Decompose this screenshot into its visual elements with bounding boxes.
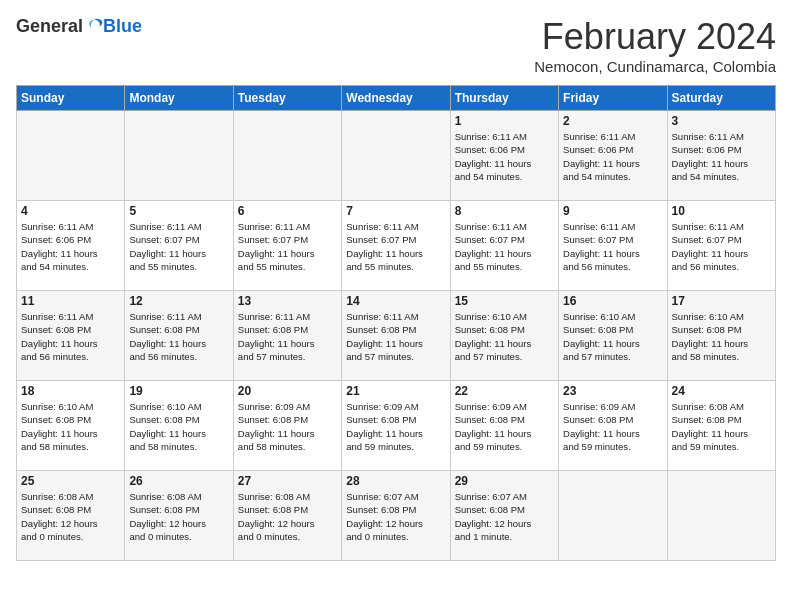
calendar-cell: 23Sunrise: 6:09 AM Sunset: 6:08 PM Dayli… xyxy=(559,381,667,471)
calendar-cell: 4Sunrise: 6:11 AM Sunset: 6:06 PM Daylig… xyxy=(17,201,125,291)
calendar-cell: 12Sunrise: 6:11 AM Sunset: 6:08 PM Dayli… xyxy=(125,291,233,381)
day-number: 23 xyxy=(563,384,662,398)
day-number: 15 xyxy=(455,294,554,308)
calendar-cell: 14Sunrise: 6:11 AM Sunset: 6:08 PM Dayli… xyxy=(342,291,450,381)
calendar-body: 1Sunrise: 6:11 AM Sunset: 6:06 PM Daylig… xyxy=(17,111,776,561)
calendar-cell: 17Sunrise: 6:10 AM Sunset: 6:08 PM Dayli… xyxy=(667,291,775,381)
calendar-cell xyxy=(17,111,125,201)
logo-blue-text: Blue xyxy=(103,16,142,37)
calendar-week-row: 4Sunrise: 6:11 AM Sunset: 6:06 PM Daylig… xyxy=(17,201,776,291)
day-number: 11 xyxy=(21,294,120,308)
day-info: Sunrise: 6:11 AM Sunset: 6:07 PM Dayligh… xyxy=(672,220,771,273)
calendar-cell: 3Sunrise: 6:11 AM Sunset: 6:06 PM Daylig… xyxy=(667,111,775,201)
day-number: 25 xyxy=(21,474,120,488)
day-number: 17 xyxy=(672,294,771,308)
calendar-cell: 6Sunrise: 6:11 AM Sunset: 6:07 PM Daylig… xyxy=(233,201,341,291)
header: General Blue February 2024 Nemocon, Cund… xyxy=(16,16,776,75)
day-info: Sunrise: 6:11 AM Sunset: 6:07 PM Dayligh… xyxy=(238,220,337,273)
calendar-week-row: 11Sunrise: 6:11 AM Sunset: 6:08 PM Dayli… xyxy=(17,291,776,381)
calendar-cell xyxy=(125,111,233,201)
day-number: 8 xyxy=(455,204,554,218)
calendar-cell: 19Sunrise: 6:10 AM Sunset: 6:08 PM Dayli… xyxy=(125,381,233,471)
day-number: 16 xyxy=(563,294,662,308)
calendar-cell: 7Sunrise: 6:11 AM Sunset: 6:07 PM Daylig… xyxy=(342,201,450,291)
calendar-cell: 1Sunrise: 6:11 AM Sunset: 6:06 PM Daylig… xyxy=(450,111,558,201)
calendar-cell xyxy=(559,471,667,561)
day-info: Sunrise: 6:08 AM Sunset: 6:08 PM Dayligh… xyxy=(21,490,120,543)
day-info: Sunrise: 6:11 AM Sunset: 6:07 PM Dayligh… xyxy=(129,220,228,273)
day-info: Sunrise: 6:07 AM Sunset: 6:08 PM Dayligh… xyxy=(455,490,554,543)
day-number: 6 xyxy=(238,204,337,218)
day-info: Sunrise: 6:09 AM Sunset: 6:08 PM Dayligh… xyxy=(346,400,445,453)
location-title: Nemocon, Cundinamarca, Colombia xyxy=(534,58,776,75)
calendar-header-row: SundayMondayTuesdayWednesdayThursdayFrid… xyxy=(17,86,776,111)
calendar-week-row: 1Sunrise: 6:11 AM Sunset: 6:06 PM Daylig… xyxy=(17,111,776,201)
weekday-header: Wednesday xyxy=(342,86,450,111)
day-number: 10 xyxy=(672,204,771,218)
day-info: Sunrise: 6:11 AM Sunset: 6:08 PM Dayligh… xyxy=(21,310,120,363)
day-number: 5 xyxy=(129,204,228,218)
day-number: 2 xyxy=(563,114,662,128)
day-info: Sunrise: 6:07 AM Sunset: 6:08 PM Dayligh… xyxy=(346,490,445,543)
calendar-cell: 2Sunrise: 6:11 AM Sunset: 6:06 PM Daylig… xyxy=(559,111,667,201)
calendar-cell: 18Sunrise: 6:10 AM Sunset: 6:08 PM Dayli… xyxy=(17,381,125,471)
day-info: Sunrise: 6:10 AM Sunset: 6:08 PM Dayligh… xyxy=(129,400,228,453)
calendar-cell: 13Sunrise: 6:11 AM Sunset: 6:08 PM Dayli… xyxy=(233,291,341,381)
day-number: 1 xyxy=(455,114,554,128)
day-info: Sunrise: 6:08 AM Sunset: 6:08 PM Dayligh… xyxy=(238,490,337,543)
calendar-cell: 21Sunrise: 6:09 AM Sunset: 6:08 PM Dayli… xyxy=(342,381,450,471)
calendar-week-row: 18Sunrise: 6:10 AM Sunset: 6:08 PM Dayli… xyxy=(17,381,776,471)
calendar-cell: 22Sunrise: 6:09 AM Sunset: 6:08 PM Dayli… xyxy=(450,381,558,471)
day-number: 9 xyxy=(563,204,662,218)
day-number: 20 xyxy=(238,384,337,398)
calendar-cell xyxy=(233,111,341,201)
calendar-cell: 27Sunrise: 6:08 AM Sunset: 6:08 PM Dayli… xyxy=(233,471,341,561)
calendar-cell: 16Sunrise: 6:10 AM Sunset: 6:08 PM Dayli… xyxy=(559,291,667,381)
day-number: 21 xyxy=(346,384,445,398)
day-number: 12 xyxy=(129,294,228,308)
calendar-cell: 28Sunrise: 6:07 AM Sunset: 6:08 PM Dayli… xyxy=(342,471,450,561)
day-info: Sunrise: 6:11 AM Sunset: 6:06 PM Dayligh… xyxy=(21,220,120,273)
day-number: 27 xyxy=(238,474,337,488)
day-number: 22 xyxy=(455,384,554,398)
calendar-table: SundayMondayTuesdayWednesdayThursdayFrid… xyxy=(16,85,776,561)
calendar-cell: 29Sunrise: 6:07 AM Sunset: 6:08 PM Dayli… xyxy=(450,471,558,561)
day-info: Sunrise: 6:10 AM Sunset: 6:08 PM Dayligh… xyxy=(563,310,662,363)
day-number: 18 xyxy=(21,384,120,398)
day-info: Sunrise: 6:11 AM Sunset: 6:07 PM Dayligh… xyxy=(563,220,662,273)
logo-bird-icon xyxy=(85,18,103,36)
day-number: 13 xyxy=(238,294,337,308)
calendar-cell: 8Sunrise: 6:11 AM Sunset: 6:07 PM Daylig… xyxy=(450,201,558,291)
day-info: Sunrise: 6:11 AM Sunset: 6:08 PM Dayligh… xyxy=(238,310,337,363)
logo-general-text: General xyxy=(16,16,83,37)
weekday-header: Saturday xyxy=(667,86,775,111)
day-info: Sunrise: 6:11 AM Sunset: 6:08 PM Dayligh… xyxy=(129,310,228,363)
title-area: February 2024 Nemocon, Cundinamarca, Col… xyxy=(534,16,776,75)
day-info: Sunrise: 6:10 AM Sunset: 6:08 PM Dayligh… xyxy=(672,310,771,363)
day-number: 7 xyxy=(346,204,445,218)
calendar-cell xyxy=(342,111,450,201)
day-info: Sunrise: 6:11 AM Sunset: 6:06 PM Dayligh… xyxy=(672,130,771,183)
calendar-week-row: 25Sunrise: 6:08 AM Sunset: 6:08 PM Dayli… xyxy=(17,471,776,561)
day-number: 29 xyxy=(455,474,554,488)
day-info: Sunrise: 6:09 AM Sunset: 6:08 PM Dayligh… xyxy=(563,400,662,453)
day-number: 19 xyxy=(129,384,228,398)
day-info: Sunrise: 6:09 AM Sunset: 6:08 PM Dayligh… xyxy=(455,400,554,453)
day-info: Sunrise: 6:08 AM Sunset: 6:08 PM Dayligh… xyxy=(129,490,228,543)
calendar-cell: 24Sunrise: 6:08 AM Sunset: 6:08 PM Dayli… xyxy=(667,381,775,471)
weekday-header: Friday xyxy=(559,86,667,111)
day-info: Sunrise: 6:11 AM Sunset: 6:06 PM Dayligh… xyxy=(563,130,662,183)
month-title: February 2024 xyxy=(534,16,776,58)
day-info: Sunrise: 6:10 AM Sunset: 6:08 PM Dayligh… xyxy=(455,310,554,363)
weekday-header: Sunday xyxy=(17,86,125,111)
day-number: 24 xyxy=(672,384,771,398)
calendar-cell: 9Sunrise: 6:11 AM Sunset: 6:07 PM Daylig… xyxy=(559,201,667,291)
day-number: 3 xyxy=(672,114,771,128)
day-info: Sunrise: 6:11 AM Sunset: 6:07 PM Dayligh… xyxy=(455,220,554,273)
calendar-cell: 15Sunrise: 6:10 AM Sunset: 6:08 PM Dayli… xyxy=(450,291,558,381)
calendar-cell: 26Sunrise: 6:08 AM Sunset: 6:08 PM Dayli… xyxy=(125,471,233,561)
day-info: Sunrise: 6:10 AM Sunset: 6:08 PM Dayligh… xyxy=(21,400,120,453)
day-number: 26 xyxy=(129,474,228,488)
day-number: 14 xyxy=(346,294,445,308)
calendar-cell: 5Sunrise: 6:11 AM Sunset: 6:07 PM Daylig… xyxy=(125,201,233,291)
